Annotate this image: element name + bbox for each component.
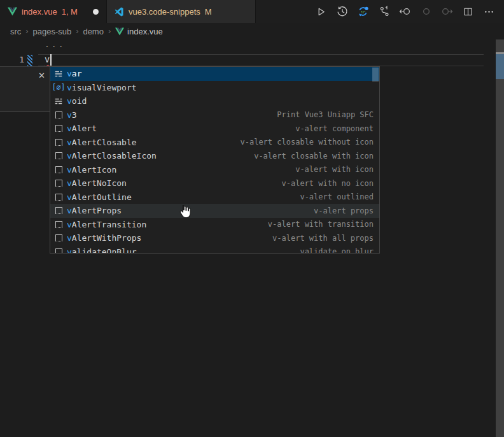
snippet-icon xyxy=(52,180,65,187)
tab-problems-badge: 1, M xyxy=(62,7,78,17)
compare-changes-icon[interactable] xyxy=(377,4,391,18)
suggestion-visualViewport[interactable]: [∅] visualViewport xyxy=(50,81,379,95)
navigate-circle-icon[interactable] xyxy=(419,4,433,18)
text-cursor xyxy=(50,54,52,66)
navigate-forward-icon[interactable] xyxy=(440,4,454,18)
editor-scrollbar[interactable] xyxy=(496,39,504,437)
suggestion-var[interactable]: var xyxy=(50,67,379,81)
suggestion-vAlert[interactable]: vAlert v-alert component xyxy=(50,122,379,136)
suggest-widget: var [∅] visualViewport void v3 Print Vue… xyxy=(50,66,380,254)
suggestion-vAlertClosableIcon[interactable]: vAlertClosableIcon v-alert closable with… xyxy=(50,149,379,163)
hover-widget: ✕ xyxy=(0,66,50,112)
keyword-icon xyxy=(52,69,65,78)
snippet-icon xyxy=(52,194,65,201)
tab-index-vue[interactable]: index.vue 1, M xyxy=(0,0,107,23)
overview-ruler-modified-marker xyxy=(496,54,504,79)
breadcrumb-item-src[interactable]: src xyxy=(10,27,21,36)
breadcrumb-separator: › xyxy=(25,27,28,36)
typed-code: v xyxy=(45,54,50,64)
snippet-icon xyxy=(52,207,65,214)
snippet-icon xyxy=(52,139,65,146)
suggestion-vAlertIcon[interactable]: vAlertIcon v-alert with icon xyxy=(50,163,379,177)
vue-icon xyxy=(8,7,17,16)
line-number: 1 xyxy=(0,55,24,64)
breadcrumb-item-file[interactable]: index.vue xyxy=(115,27,163,36)
suggestion-vAlertNoIcon[interactable]: vAlertNoIcon v-alert with no icon xyxy=(50,176,379,190)
breadcrumb-separator: › xyxy=(76,27,78,36)
editor-actions xyxy=(314,0,504,23)
tab-label: vue3.code-snippets xyxy=(129,7,200,17)
editor-code-area[interactable]: ... 1 v ✕ var [∅] visualViewport void xyxy=(0,39,504,437)
close-icon[interactable]: ✕ xyxy=(38,71,45,80)
suggestion-v3[interactable]: v3 Print Vue3 Uniapp SFC xyxy=(50,108,379,122)
suggestion-validateOnBlur[interactable]: validateOnBlur validate on blur xyxy=(50,245,379,254)
folded-code-ellipsis[interactable]: ... xyxy=(45,39,65,49)
breadcrumb-item-demo[interactable]: demo xyxy=(83,27,104,36)
suggestion-vAlertWithProps[interactable]: vAlertWithProps v-alert with all props xyxy=(50,231,379,245)
navigate-back-icon[interactable] xyxy=(398,4,412,18)
tab-code-snippets[interactable]: vue3.code-snippets M xyxy=(107,0,256,23)
snippet-icon xyxy=(52,111,65,118)
split-editor-icon[interactable] xyxy=(461,4,475,18)
suggestion-vAlertOutline[interactable]: vAlertOutline v-alert outlined xyxy=(50,190,379,204)
snippet-icon xyxy=(52,234,65,241)
unsaved-changes-dot[interactable] xyxy=(93,9,99,15)
vscode-icon xyxy=(115,7,124,17)
snippet-icon xyxy=(52,248,65,254)
vscode-window: index.vue 1, M vue3.code-snippets M xyxy=(0,0,504,437)
more-actions-icon[interactable] xyxy=(482,4,496,18)
tab-bar: index.vue 1, M vue3.code-snippets M xyxy=(0,0,504,23)
suggestion-vAlertProps[interactable]: vAlertProps v-alert props xyxy=(50,204,379,218)
suggest-scrollbar-thumb[interactable] xyxy=(372,68,379,82)
keyword-icon xyxy=(52,97,65,106)
gutter-modified-indicator[interactable] xyxy=(27,55,32,66)
vue-icon xyxy=(115,27,124,36)
tab-modified-badge: M xyxy=(205,7,212,17)
sync-extension-icon[interactable] xyxy=(356,4,370,18)
history-icon[interactable] xyxy=(335,4,349,18)
breadcrumb-separator: › xyxy=(108,27,111,36)
variable-icon: [∅] xyxy=(52,83,65,92)
snippet-icon xyxy=(52,166,65,173)
tab-label: index.vue xyxy=(22,7,57,17)
suggestion-vAlertClosable[interactable]: vAlertClosable v-alert closable without … xyxy=(50,136,379,150)
suggestion-vAlertTransition[interactable]: vAlertTransition v-alert with transition xyxy=(50,218,379,232)
snippet-icon xyxy=(52,221,65,228)
suggestion-void[interactable]: void xyxy=(50,94,379,108)
run-icon[interactable] xyxy=(314,4,328,18)
breadcrumb: src › pages-sub › demo › index.vue xyxy=(0,23,504,39)
breadcrumb-item-pages-sub[interactable]: pages-sub xyxy=(33,27,72,36)
current-line-highlight xyxy=(38,54,484,66)
snippet-icon xyxy=(52,152,65,159)
snippet-icon xyxy=(52,125,65,132)
